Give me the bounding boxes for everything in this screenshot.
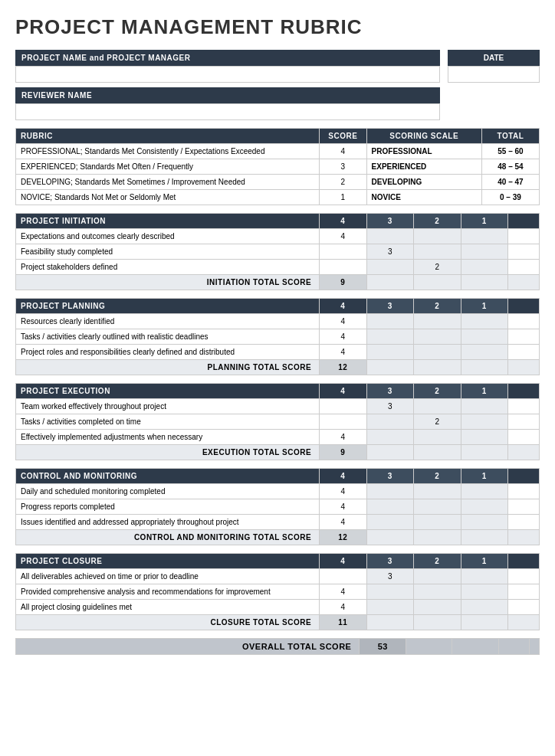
section-col-1: 1 (461, 214, 507, 229)
section-header-row: PROJECT EXECUTION 4 3 2 1 (16, 384, 540, 399)
item-score-2 (414, 584, 461, 600)
rubric-score: 4 (320, 144, 366, 159)
item-score-4: 4 (320, 499, 366, 515)
item-score-4: 4 (320, 600, 366, 615)
rubric-row: EXPERIENCED; Standards Met Often / Frequ… (16, 159, 540, 175)
item-score-3 (366, 414, 413, 430)
item-score-4: 4 (320, 584, 366, 600)
project-name-value[interactable] (15, 66, 440, 83)
section-col-3: 3 (366, 469, 413, 484)
total-value: 11 (320, 615, 366, 630)
sections-container: PROJECT INITIATION 4 3 2 1 Expectations … (15, 213, 540, 630)
item-score-3 (366, 515, 413, 530)
item-label: Project roles and responsibilities clear… (16, 345, 320, 360)
total-label: EXECUTION TOTAL SCORE (16, 445, 320, 460)
item-score-4 (320, 244, 366, 260)
item-score-4: 4 (320, 314, 366, 329)
item-score-1 (461, 345, 507, 360)
item-score-3: 3 (366, 569, 413, 584)
item-score-3: 3 (366, 244, 413, 260)
section-col-1: 1 (461, 384, 507, 399)
section-name: PROJECT EXECUTION (16, 384, 320, 399)
section-name: PROJECT CLOSURE (16, 554, 320, 569)
section-item-row: Project stakeholders defined 2 (16, 260, 540, 275)
item-score-4 (320, 399, 366, 414)
item-score-2 (414, 600, 461, 615)
item-score-1 (461, 600, 507, 615)
section-col-4: 4 (320, 384, 366, 399)
section-total-row: CONTROL AND MONITORING TOTAL SCORE 12 (16, 530, 540, 545)
overall-total-row: OVERALL TOTAL SCORE 53 (16, 639, 540, 655)
section-item-row: Team worked effectively throughout proje… (16, 399, 540, 414)
item-score-1 (461, 329, 507, 345)
item-score-3 (366, 430, 413, 445)
section-table-project-closure: PROJECT CLOSURE 4 3 2 1 All deliverables… (15, 553, 540, 630)
section-table-project-planning: PROJECT PLANNING 4 3 2 1 Resources clear… (15, 298, 540, 375)
section-header-row: CONTROL AND MONITORING 4 3 2 1 (16, 469, 540, 484)
item-score-3 (366, 584, 413, 600)
item-score-3 (366, 229, 413, 244)
item-score-1 (461, 399, 507, 414)
section-col-1: 1 (461, 469, 507, 484)
section-item-row: Progress reports completed 4 (16, 499, 540, 515)
item-label: Effectively implemented adjustments when… (16, 430, 320, 445)
reviewer-name-value[interactable] (15, 103, 440, 120)
item-score-2: 2 (414, 260, 461, 275)
item-score-2 (414, 244, 461, 260)
scale-name: DEVELOPING (366, 175, 481, 190)
item-score-1 (461, 499, 507, 515)
item-score-2 (414, 314, 461, 329)
section-table-control-and-monitoring: CONTROL AND MONITORING 4 3 2 1 Daily and… (15, 468, 540, 545)
item-score-4 (320, 260, 366, 275)
item-score-4 (320, 414, 366, 430)
section-header-row: PROJECT CLOSURE 4 3 2 1 (16, 554, 540, 569)
section-item-row: Feasibility study completed 3 (16, 244, 540, 260)
section-table-project-execution: PROJECT EXECUTION 4 3 2 1 Team worked ef… (15, 383, 540, 460)
item-score-2 (414, 399, 461, 414)
total-value: 12 (320, 360, 366, 375)
total-value: 9 (320, 445, 366, 460)
total-label: INITIATION TOTAL SCORE (16, 275, 320, 290)
section-col-2: 2 (414, 299, 461, 314)
section-total-row: INITIATION TOTAL SCORE 9 (16, 275, 540, 290)
total-value: 12 (320, 530, 366, 545)
section-name: PROJECT PLANNING (16, 299, 320, 314)
item-label: Daily and scheduled monitoring completed (16, 484, 320, 499)
section-col-3: 3 (366, 214, 413, 229)
overall-table: OVERALL TOTAL SCORE 53 (15, 638, 540, 655)
rubric-score: 3 (320, 159, 366, 175)
item-label: Feasibility study completed (16, 244, 320, 260)
item-score-4: 4 (320, 329, 366, 345)
section-col-1: 1 (461, 554, 507, 569)
section-col-1: 1 (461, 299, 507, 314)
section-item-row: Effectively implemented adjustments when… (16, 430, 540, 445)
item-score-4 (320, 569, 366, 584)
item-score-1 (461, 430, 507, 445)
header-section: PROJECT NAME and PROJECT MANAGER REVIEWE… (15, 50, 540, 120)
section-col-2: 2 (414, 214, 461, 229)
overall-total-value: 53 (360, 639, 406, 655)
item-label: Provided comprehensive analysis and reco… (16, 584, 320, 600)
item-score-4: 4 (320, 515, 366, 530)
item-score-2 (414, 430, 461, 445)
rubric-description: PROFESSIONAL; Standards Met Consistently… (16, 144, 320, 159)
item-score-1 (461, 229, 507, 244)
total-value: 9 (320, 275, 366, 290)
item-score-1 (461, 244, 507, 260)
item-score-2 (414, 499, 461, 515)
total-col-header: TOTAL (481, 129, 539, 144)
rubric-row: NOVICE; Standards Not Met or Seldomly Me… (16, 190, 540, 205)
item-label: Issues identified and addressed appropri… (16, 515, 320, 530)
scale-name: NOVICE (366, 190, 481, 205)
section-item-row: All deliverables achieved on time or pri… (16, 569, 540, 584)
project-name-label: PROJECT NAME and PROJECT MANAGER (15, 50, 440, 66)
section-header-row: PROJECT PLANNING 4 3 2 1 (16, 299, 540, 314)
item-score-2: 2 (414, 414, 461, 430)
section-col-3: 3 (366, 384, 413, 399)
item-score-3 (366, 260, 413, 275)
item-label: All project closing guidelines met (16, 600, 320, 615)
date-value[interactable] (448, 66, 540, 83)
section-col-3: 3 (366, 554, 413, 569)
section-col-2: 2 (414, 384, 461, 399)
date-label: DATE (448, 50, 540, 66)
